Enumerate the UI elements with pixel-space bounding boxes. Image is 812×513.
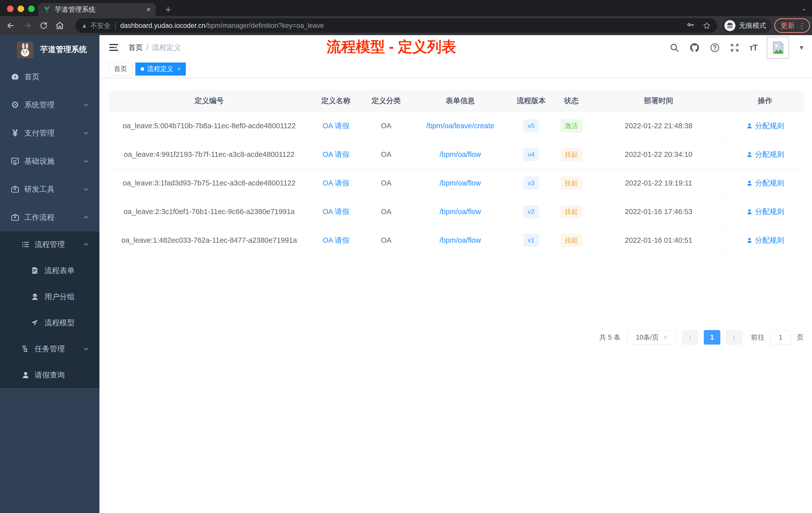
incognito-icon <box>724 20 735 31</box>
briefcase-icon <box>9 213 21 222</box>
yen-icon: ¥ <box>9 128 21 139</box>
form-link[interactable]: /bpm/oa/flow <box>440 236 481 244</box>
users-icon <box>29 292 40 301</box>
sidebar-item-workflow[interactable]: 工作流程 <box>0 203 99 232</box>
chevron-down-icon <box>83 186 89 192</box>
sidebar-item-process-model[interactable]: 流程模型 <box>0 310 99 336</box>
table-row: oa_leave:3:1fad3d93-7b75-11ec-a3c8-acde4… <box>109 169 804 198</box>
new-tab-button[interactable]: + <box>165 3 171 16</box>
window-zoom-button[interactable] <box>28 5 35 12</box>
page-size-select[interactable]: 10条/页 ∨ <box>627 330 676 344</box>
user-icon <box>746 180 753 187</box>
content-area: 定义编号 定义名称 定义分类 表单信息 流程版本 状态 部署时间 操作 oa_l… <box>99 78 812 513</box>
browser-tab[interactable]: 芋道管理系统 × <box>38 3 156 16</box>
status-badge: 挂起 <box>561 234 582 247</box>
breadcrumb-home[interactable]: 首页 <box>128 43 143 53</box>
definition-name-link[interactable]: OA 请假 <box>323 207 349 217</box>
sidebar-item-task-management[interactable]: 任务管理 <box>0 336 99 362</box>
breadcrumb-current: 流程定义 <box>152 43 181 53</box>
assign-rule-link[interactable]: 分配规则 <box>746 121 784 131</box>
tab-search-caret-icon[interactable]: ⌄ <box>801 4 807 12</box>
window-minimize-button[interactable] <box>18 5 24 12</box>
bookmark-star-icon[interactable] <box>702 21 711 30</box>
sidebar-item-user-group[interactable]: 用户分组 <box>0 283 99 310</box>
definition-name-link[interactable]: OA 请假 <box>323 235 349 245</box>
form-link[interactable]: /bpm/oa/flow <box>440 150 481 159</box>
page-number-button[interactable]: 1 <box>704 330 720 344</box>
font-size-icon[interactable]: тT <box>749 43 757 53</box>
security-label: 不安全 <box>90 21 111 30</box>
reload-button[interactable] <box>38 20 50 32</box>
help-icon[interactable] <box>709 42 720 53</box>
prev-page-button[interactable]: ‹ <box>682 330 698 344</box>
browser-tabstrip: 芋道管理系统 × + ⌄ <box>0 0 812 16</box>
table-row: oa_leave:1:482ec033-762a-11ec-8477-a2380… <box>109 226 804 255</box>
form-link[interactable]: /bpm/oa/leave/create <box>426 122 494 130</box>
sidebar-item-system[interactable]: ⚙ 系统管理 <box>0 91 99 119</box>
sidebar-collapse-icon[interactable] <box>108 42 119 53</box>
sidebar-logo-row[interactable]: 芋道管理系统 <box>0 35 99 63</box>
assign-rule-link[interactable]: 分配规则 <box>746 150 784 160</box>
url-path: /bpm/manager/definition?key=oa_leave <box>205 22 324 30</box>
sidebar-item-infrastructure[interactable]: 基础设施 <box>0 147 99 175</box>
definition-category: OA <box>362 236 410 244</box>
definition-name-link[interactable]: OA 请假 <box>323 121 349 131</box>
version-badge: v5 <box>523 119 539 132</box>
home-button[interactable] <box>54 20 66 32</box>
status-badge: 激活 <box>561 119 582 132</box>
status-badge: 挂起 <box>561 148 582 161</box>
search-icon[interactable] <box>669 43 679 53</box>
table-row: oa_leave:4:991f2193-7b7f-11ec-a3c8-acde4… <box>109 140 804 169</box>
tag-home[interactable]: 首页 <box>109 62 132 76</box>
chevron-down-icon <box>83 158 89 164</box>
back-button[interactable] <box>4 20 17 32</box>
form-link[interactable]: /bpm/oa/flow <box>440 208 481 216</box>
tag-close-icon[interactable]: × <box>177 66 180 72</box>
assign-rule-link[interactable]: 分配规则 <box>746 235 784 245</box>
window-close-button[interactable] <box>7 5 13 12</box>
sidebar: 芋道管理系统 首页 ⚙ 系统管理 ¥ 支付管理 基础设施 <box>0 35 99 513</box>
security-warning-icon: ▲ <box>81 22 87 29</box>
version-badge: v3 <box>523 177 539 190</box>
sidebar-item-devtools[interactable]: 研发工具 <box>0 175 99 203</box>
assign-rule-link[interactable]: 分配规则 <box>746 178 784 188</box>
sidebar-item-process-form[interactable]: 流程表单 <box>0 258 99 283</box>
sidebar-item-home[interactable]: 首页 <box>0 63 99 91</box>
annotation-title: 流程模型 - 定义列表 <box>327 37 456 57</box>
browser-update-button[interactable]: 更新 ⋮ <box>774 18 810 33</box>
github-icon[interactable] <box>689 42 700 53</box>
avatar-caret-icon[interactable]: ▼ <box>799 44 805 51</box>
sidebar-item-leave-query[interactable]: 请假查询 <box>0 362 99 388</box>
app-logo-title: 芋道管理系统 <box>40 44 87 55</box>
form-icon <box>29 266 40 275</box>
incognito-label: 无痕模式 <box>739 21 766 30</box>
goto-page-input[interactable]: 1 <box>770 330 791 344</box>
definition-name-link[interactable]: OA 请假 <box>323 178 349 188</box>
sidebar-item-process-management[interactable]: 流程管理 <box>0 232 99 258</box>
form-link[interactable]: /bpm/oa/flow <box>440 179 481 187</box>
tree-icon <box>20 345 31 353</box>
definition-id: oa_leave:1:482ec033-762a-11ec-8477-a2380… <box>109 236 310 244</box>
assign-rule-link[interactable]: 分配规则 <box>746 207 784 217</box>
sidebar-item-payment[interactable]: ¥ 支付管理 <box>0 119 99 147</box>
incognito-badge: 无痕模式 <box>722 18 772 33</box>
tab-close-icon[interactable]: × <box>146 6 151 13</box>
table-row: oa_leave:2:3c1f0ef1-76b1-11ec-9c66-a2380… <box>109 198 804 226</box>
tag-process-definition[interactable]: 流程定义 × <box>135 62 186 76</box>
version-badge: v2 <box>523 205 539 218</box>
goto-label: 前往 <box>751 333 764 342</box>
tab-title: 芋道管理系统 <box>55 5 142 14</box>
browser-menu-dots-icon[interactable]: ⋮ <box>798 21 806 30</box>
definition-category: OA <box>362 150 410 159</box>
password-key-icon[interactable] <box>687 21 695 30</box>
chevron-down-icon <box>83 102 89 108</box>
next-page-button[interactable]: › <box>726 330 743 344</box>
deploy-time: 2022-01-16 17:46:53 <box>591 208 726 216</box>
forward-button[interactable] <box>22 20 34 32</box>
avatar[interactable] <box>767 37 789 59</box>
fullscreen-icon[interactable] <box>730 43 740 53</box>
definition-category: OA <box>362 122 410 130</box>
dashboard-icon <box>9 72 21 81</box>
definition-name-link[interactable]: OA 请假 <box>323 150 349 160</box>
url-bar[interactable]: ▲ 不安全 dashboard.yudao.iocoder.cn/bpm/man… <box>75 18 717 33</box>
